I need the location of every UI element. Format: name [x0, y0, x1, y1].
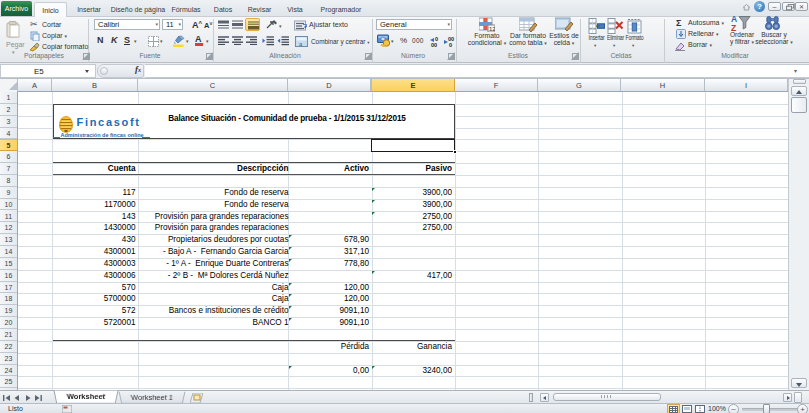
svg-text:0: 0 [449, 42, 452, 48]
svg-text:Z: Z [731, 23, 736, 32]
svg-text:00: 00 [431, 42, 437, 48]
